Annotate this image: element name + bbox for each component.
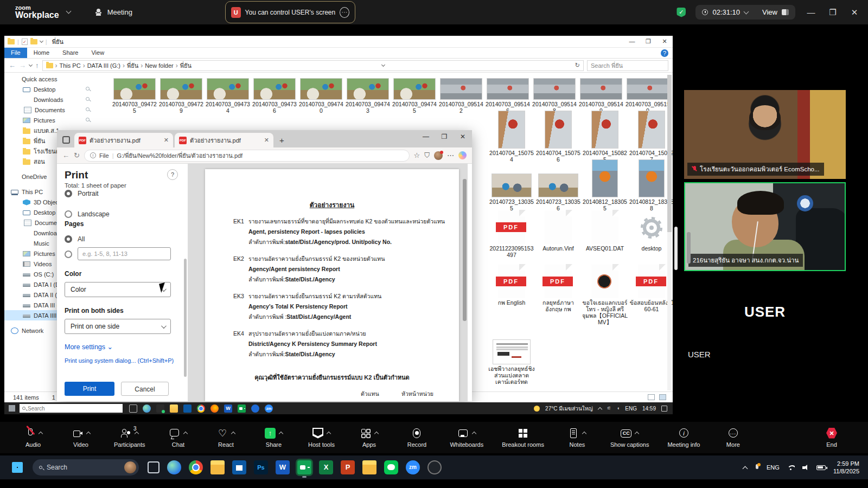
details-view-icon[interactable] <box>648 394 655 400</box>
file-item[interactable]: 20140703_095142 <box>438 78 484 114</box>
file-item[interactable]: กลยุทธ์ภาษาอังกฤษ กพ <box>535 265 582 325</box>
file-item[interactable]: 20140703_094736 <box>251 78 298 114</box>
portrait-radio[interactable] <box>65 190 72 197</box>
remote-control-banner[interactable]: U You can control USER's screen ⋯ <box>225 1 355 23</box>
maximize-button[interactable]: ❐ <box>827 8 839 17</box>
wifi-icon[interactable] <box>787 465 795 470</box>
sidebar-item[interactable]: Desktop <box>4 84 107 94</box>
video-tile-1[interactable]: โรงเรียนตะวันออกคอมพิวเตอร์ EcomScho... <box>684 90 846 179</box>
shared-taskbar-app-icon[interactable] <box>170 404 178 413</box>
meeting-timer[interactable]: 02:31:10 View <box>695 5 795 20</box>
edge-close-button[interactable]: ✕ <box>454 130 472 143</box>
file-item[interactable]: เอชพีวางกลยุทธ์ชิงส่วนแบ่งตลาดเคาน์เตอร์… <box>488 339 535 385</box>
file-item[interactable]: 20140703_095146 <box>484 78 531 114</box>
explorer-maximize-button[interactable]: ❐ <box>640 38 656 45</box>
toolbar-item[interactable]: Audio <box>18 428 48 448</box>
print-help-icon[interactable]: ? <box>167 169 178 180</box>
shared-clock[interactable]: 14:59 <box>642 406 656 412</box>
panel-scrollbar-track[interactable] <box>674 227 678 270</box>
breadcrumb-segment[interactable]: พี่ยัน <box>180 61 192 70</box>
taskbar-app-icon[interactable] <box>148 461 159 473</box>
landscape-radio[interactable] <box>65 210 72 218</box>
edge-minimize-button[interactable]: — <box>417 130 435 143</box>
print-button[interactable]: Print <box>65 382 114 396</box>
file-item[interactable]: 20140703_095150 <box>624 78 671 114</box>
breadcrumb-segment[interactable]: พี่ยัน <box>127 61 138 70</box>
panel-scrollbar-thumb[interactable] <box>687 232 691 264</box>
ribbon-tab[interactable]: Home <box>27 48 56 58</box>
weather-text[interactable]: 27°C มีเมฆส่วนใหญ่ <box>545 404 593 413</box>
taskbar-clock[interactable]: 2:59 PM 11/8/2025 <box>833 460 859 475</box>
start-button[interactable] <box>12 462 23 473</box>
toolbar-item[interactable]: Host tools <box>307 428 336 448</box>
system-dialog-link[interactable]: Print using system dialog... (Ctrl+Shift… <box>65 357 188 364</box>
tab-meeting[interactable]: Meeting <box>94 8 132 16</box>
explorer-close-button[interactable]: ✕ <box>656 38 673 45</box>
shared-start-button[interactable] <box>9 405 15 412</box>
file-item[interactable]: 20140723_130355 <box>488 174 535 211</box>
pages-all-radio[interactable] <box>65 235 72 243</box>
taskbar-app-icon[interactable] <box>210 460 225 474</box>
toolbar-item[interactable]: Record <box>402 428 431 448</box>
qat-customize-chevron-icon[interactable] <box>40 39 43 43</box>
file-item[interactable]: 20140703_094743 <box>344 78 391 114</box>
forward-button[interactable]: → <box>19 61 26 69</box>
breadcrumb-segment[interactable]: New folder <box>145 62 174 69</box>
mic-in-use-icon[interactable] <box>755 464 759 471</box>
tab-close-icon[interactable]: ✕ <box>164 137 169 144</box>
preview-scrollbar[interactable] <box>463 179 467 321</box>
taskbar-app-icon[interactable]: X <box>319 460 333 474</box>
file-item[interactable]: Autorun.Vinf <box>535 210 582 258</box>
taskbar-app-icon[interactable] <box>362 460 376 474</box>
volume-icon[interactable]: ◖ <box>617 406 620 411</box>
toolbar-item[interactable]: CC Show captions <box>610 428 649 448</box>
file-item[interactable]: 20140703_094729 <box>158 78 205 114</box>
address-dropdown-chevron-icon[interactable] <box>381 63 385 67</box>
url-field[interactable]: i File | G:/พี่ยัน/New%20folder/พี่ยัน/ต… <box>84 150 410 162</box>
breadcrumb-segment[interactable]: This PC <box>60 62 81 69</box>
file-item[interactable]: 20140704_150756 <box>535 111 582 163</box>
sidebar-item[interactable]: Downloads <box>4 94 107 105</box>
favorite-star-icon[interactable]: ☆ <box>414 151 420 159</box>
edge-menu-dots-icon[interactable]: ⋯ <box>447 151 454 159</box>
new-tab-button[interactable]: + <box>279 136 284 145</box>
taskbar-app-icon[interactable] <box>384 460 398 474</box>
taskbar-app-icon[interactable]: P <box>341 460 355 474</box>
edge-back-button[interactable]: ← <box>62 151 69 159</box>
edge-maximize-button[interactable]: ❐ <box>435 130 454 143</box>
taskbar-app-icon[interactable] <box>427 460 442 474</box>
toolbar-item-chevron-icon[interactable] <box>635 432 639 436</box>
file-item[interactable]: 20140703_095149 <box>578 78 624 114</box>
toolbar-item-chevron-icon[interactable] <box>279 432 283 436</box>
edge-refresh-button[interactable]: ↻ <box>74 151 80 159</box>
sidebar-item[interactable]: Quick access <box>4 74 107 84</box>
toolbar-item-chevron-icon[interactable] <box>86 432 90 436</box>
toolbar-item[interactable]: ... More <box>718 428 748 448</box>
file-item[interactable]: 20140812_183055 <box>582 159 628 211</box>
toolbar-item-chevron-icon[interactable] <box>183 432 188 436</box>
toolbar-item[interactable]: ✕ End <box>817 428 846 448</box>
shared-taskbar-app-icon[interactable] <box>251 404 259 413</box>
toolbar-item-chevron-icon[interactable] <box>327 432 331 436</box>
tab-actions-icon[interactable] <box>62 136 70 144</box>
toolbar-item-chevron-icon[interactable] <box>374 432 379 436</box>
qat-properties-icon[interactable]: ✓ <box>22 38 28 45</box>
more-settings-link[interactable]: More settings ⌄ <box>65 343 188 351</box>
breadcrumb-segment[interactable]: DATA III (G:) <box>87 62 120 69</box>
orientation-portrait-option[interactable]: Portrait <box>65 190 99 197</box>
collections-icon[interactable]: ⛉ <box>424 151 430 160</box>
qat-newfolder-icon[interactable] <box>30 39 37 44</box>
pages-range-input[interactable]: e.g. 1-5, 8, 11-13 <box>78 247 171 260</box>
file-item[interactable]: ขอใจเธอแลกเบอร์โทร - หญิงลี ศรีจุมพล【OFF… <box>582 265 628 325</box>
toolbar-item-chevron-icon[interactable] <box>472 432 476 436</box>
breadcrumb[interactable]: ›This PC›DATA III (G:)›พี่ยัน›New folder… <box>42 60 584 71</box>
toolbar-item[interactable]: ↑ Share <box>259 428 288 448</box>
cancel-button[interactable]: Cancel <box>121 382 169 396</box>
shared-taskbar-app-icon[interactable] <box>183 404 192 413</box>
taskbar-app-icon[interactable]: W <box>276 460 290 474</box>
file-item[interactable]: 20140703_094745 <box>391 78 438 114</box>
close-button[interactable]: ✕ <box>848 8 860 17</box>
shared-taskbar-app-icon[interactable]: zm <box>265 404 273 413</box>
profile-avatar[interactable] <box>434 151 443 160</box>
both-sides-select[interactable]: Print on one side <box>65 319 171 334</box>
